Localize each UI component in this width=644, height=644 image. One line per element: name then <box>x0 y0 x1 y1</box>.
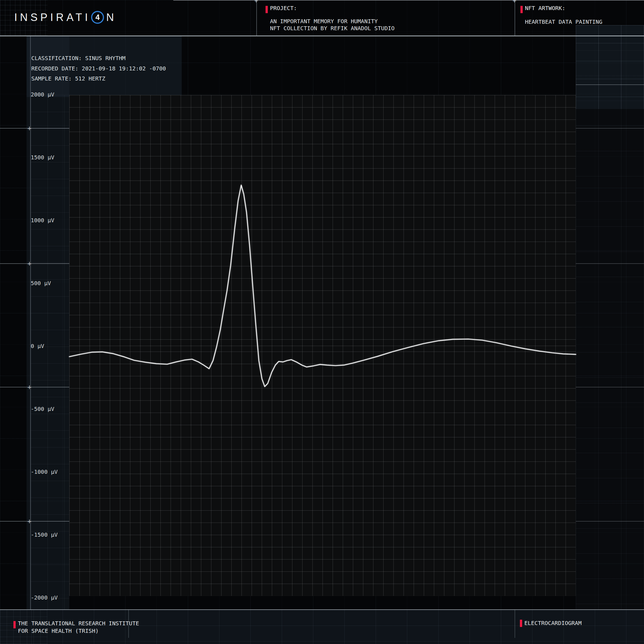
footer-org-line2: FOR SPACE HEALTH (TRISH) <box>18 627 139 635</box>
artwork-canvas: + + INSPIRATI4N PROJECT: AN IMPORTANT ME… <box>0 0 644 644</box>
ecg-trace <box>69 185 576 387</box>
footer-org-line1: THE TRANSLATIONAL RESEARCH INSTITUTE <box>18 620 139 627</box>
ecg-trace-svg <box>0 0 644 644</box>
footer-type-label: ELECTROCARDIOGRAM <box>524 619 582 627</box>
footer-left-accent-bar <box>13 621 16 628</box>
footer-right-accent-bar <box>520 620 522 627</box>
footer-divider-line-2 <box>515 610 515 638</box>
footer-organization: THE TRANSLATIONAL RESEARCH INSTITUTE FOR… <box>18 620 139 635</box>
